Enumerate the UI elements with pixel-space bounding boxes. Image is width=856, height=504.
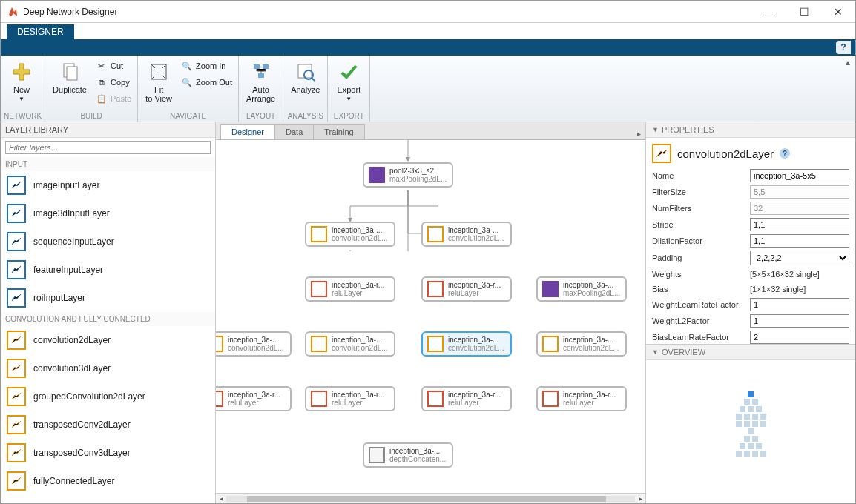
copy-button[interactable]: ⧉Copy xyxy=(93,75,134,90)
layer-icon xyxy=(7,331,26,350)
library-item-groupedConvolution2dLayer[interactable]: groupedConvolution2dLayer xyxy=(1,382,215,411)
library-item-fullyConnectedLayer[interactable]: fullyConnectedLayer xyxy=(1,467,215,495)
tab-data[interactable]: Data xyxy=(274,124,314,139)
node-title: inception_3a-r... xyxy=(448,281,501,289)
node-title: pool2-3x3_s2 xyxy=(389,167,447,175)
node-maxp[interactable]: inception_3a-...maxPooling2dL... xyxy=(536,276,627,302)
filter-layers-input[interactable] xyxy=(5,141,211,154)
overview-minimap[interactable] xyxy=(646,360,855,503)
fit-to-view-button[interactable]: Fit to View xyxy=(141,57,177,106)
collapse-ribbon-icon[interactable]: ▴ xyxy=(840,56,855,122)
document-tabs: Designer Data Training ▸ xyxy=(216,122,645,140)
node-conv_b[interactable]: inception_3a-...convolution2dL... xyxy=(421,222,512,247)
node-concat[interactable]: inception_3a-...depthConcaten... xyxy=(363,442,453,468)
node-relu_left[interactable]: inception_3a-r...reluLayer xyxy=(216,386,292,411)
tab-training[interactable]: Training xyxy=(313,124,364,139)
library-item-label: image3dInputLayer xyxy=(33,208,110,219)
node-relu_c[interactable]: inception_3a-r...reluLayer xyxy=(305,386,395,411)
prop-select-Padding[interactable]: 2,2,2,2 xyxy=(750,251,849,265)
node-conv_left[interactable]: inception_3a-...convolution2dL... xyxy=(216,331,292,357)
library-item-imageInputLayer[interactable]: imageInputLayer xyxy=(1,171,215,199)
ribbon-tab-designer[interactable]: DESIGNER xyxy=(7,24,74,39)
layer-type-name: convolution2dLayer xyxy=(677,147,774,160)
library-item-sequenceInputLayer[interactable]: sequenceInputLayer xyxy=(1,228,215,256)
node-conv_d[interactable]: inception_3a-...convolution2dL... xyxy=(536,331,627,357)
node-type-icon xyxy=(542,336,559,352)
node-title: inception_3a-r... xyxy=(228,391,280,399)
paste-button[interactable]: 📋Paste xyxy=(93,91,134,106)
library-item-label: fullyConnectedLayer xyxy=(33,476,114,486)
node-title: inception_3a-r... xyxy=(448,391,501,399)
node-subtitle: maxPooling2dL... xyxy=(563,289,620,297)
scroll-thumb[interactable] xyxy=(247,496,607,502)
group-label-navigate: NAVIGATE xyxy=(141,110,235,122)
layer-icon xyxy=(7,204,26,223)
prop-value-Weights: [5×5×16×32 single] xyxy=(750,268,849,280)
maximize-button[interactable]: ☐ xyxy=(787,1,821,23)
help-icon[interactable]: ? xyxy=(780,148,790,159)
library-item-transposedConv2dLayer[interactable]: transposedConv2dLayer xyxy=(1,411,215,439)
auto-arrange-button[interactable]: Auto Arrange xyxy=(242,57,280,106)
prop-label: NumFilters xyxy=(652,204,747,213)
layer-type-icon xyxy=(652,144,671,163)
help-icon[interactable]: ? xyxy=(836,41,851,54)
prop-row-Bias: Bias [1×1×32 single] xyxy=(652,283,849,295)
scroll-track[interactable] xyxy=(226,496,635,502)
minimize-button[interactable]: — xyxy=(753,1,787,23)
chevron-down-icon: ▼ xyxy=(346,96,352,102)
duplicate-button[interactable]: Duplicate xyxy=(48,57,91,97)
library-item-label: imageInputLayer xyxy=(33,180,99,190)
node-conv_a[interactable]: inception_3a-...convolution2dL... xyxy=(305,222,395,247)
prop-input-Name[interactable] xyxy=(750,169,849,182)
layer-icon xyxy=(7,387,26,406)
node-subtitle: convolution2dL... xyxy=(448,234,504,242)
prop-row-WeightLearnRateFactor: WeightLearnRateFactor xyxy=(652,298,849,311)
tab-overflow-icon[interactable]: ▸ xyxy=(633,128,645,139)
zoom-in-button[interactable]: 🔍Zoom In xyxy=(178,59,235,73)
cut-button[interactable]: ✂Cut xyxy=(93,59,134,73)
node-relu_a[interactable]: inception_3a-r...reluLayer xyxy=(305,276,395,302)
prop-label: Bias xyxy=(652,285,747,294)
node-type-icon xyxy=(311,281,327,297)
prop-input-Stride[interactable] xyxy=(750,218,849,231)
node-relu_d[interactable]: inception_3a-r...reluLayer xyxy=(421,386,512,411)
prop-input-BiasLearnRateFactor[interactable] xyxy=(750,331,849,344)
prop-row-Stride: Stride xyxy=(652,218,849,231)
group-label-analysis: ANALYSIS xyxy=(286,110,324,122)
node-title: inception_3a-... xyxy=(389,447,446,455)
scroll-left-icon[interactable]: ◂ xyxy=(216,494,226,503)
library-item-featureInputLayer[interactable]: featureInputLayer xyxy=(1,256,215,284)
chevron-down-icon[interactable]: ▼ xyxy=(652,126,659,133)
node-conv_c[interactable]: inception_3a-...convolution2dL... xyxy=(305,331,395,357)
new-button[interactable]: New ▼ xyxy=(4,57,39,105)
zoom-out-button[interactable]: 🔍Zoom Out xyxy=(178,75,235,90)
analyze-button[interactable]: Analyze xyxy=(286,57,324,97)
node-relu_e[interactable]: inception_3a-r...reluLayer xyxy=(536,386,627,411)
tab-designer[interactable]: Designer xyxy=(220,124,275,139)
node-conv_sel[interactable]: inception_3a-...convolution2dL... xyxy=(421,331,512,357)
horizontal-scrollbar[interactable]: ◂ ▸ xyxy=(216,493,645,503)
node-title: inception_3a-... xyxy=(563,336,619,344)
node-relu_b[interactable]: inception_3a-r...reluLayer xyxy=(421,276,512,302)
prop-label: Padding xyxy=(652,253,747,262)
prop-input-WeightL2Factor[interactable] xyxy=(750,314,849,328)
prop-label: Weights xyxy=(652,270,747,279)
toolstrip: New ▼ NETWORK Duplicate ✂Cut ⧉Copy 📋Past… xyxy=(1,56,855,122)
library-item-convolution2dLayer[interactable]: convolution2dLayer xyxy=(1,326,215,354)
svg-rect-1 xyxy=(67,67,77,80)
close-button[interactable]: ✕ xyxy=(821,1,855,23)
zoom-out-icon: 🔍 xyxy=(181,76,193,88)
prop-label: WeightLearnRateFactor xyxy=(652,300,747,309)
node-type-icon xyxy=(311,336,327,352)
export-button[interactable]: Export ▼ xyxy=(331,57,366,105)
library-item-transposedConv3dLayer[interactable]: transposedConv3dLayer xyxy=(1,439,215,467)
library-item-image3dInputLayer[interactable]: image3dInputLayer xyxy=(1,199,215,228)
library-item-roiInputLayer[interactable]: roiInputLayer xyxy=(1,284,215,312)
library-item-convolution3dLayer[interactable]: convolution3dLayer xyxy=(1,354,215,382)
scroll-right-icon[interactable]: ▸ xyxy=(635,494,645,503)
prop-input-WeightLearnRateFactor[interactable] xyxy=(750,298,849,311)
prop-input-DilationFactor[interactable] xyxy=(750,234,849,248)
prop-value-FilterSize: 5,5 xyxy=(750,185,849,199)
node-pool2[interactable]: pool2-3x3_s2maxPooling2dL... xyxy=(363,162,453,188)
chevron-down-icon[interactable]: ▼ xyxy=(652,348,659,356)
